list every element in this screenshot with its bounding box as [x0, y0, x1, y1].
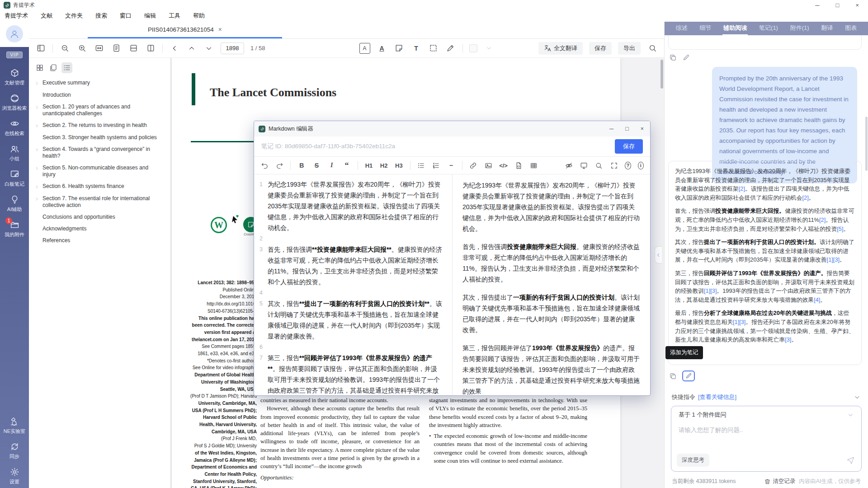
- citation-link[interactable]: [1][3]: [704, 287, 717, 294]
- search-icon[interactable]: [647, 43, 658, 54]
- editor-line[interactable]: 2: [254, 233, 452, 244]
- outline-item-10[interactable]: Acknowledgments: [34, 225, 170, 232]
- image-icon[interactable]: [484, 160, 492, 171]
- bullet-list-icon[interactable]: [417, 160, 425, 171]
- avatar[interactable]: [6, 25, 23, 42]
- window-maximize-button[interactable]: □: [836, 2, 840, 9]
- outline-item-5[interactable]: Section 4. Towards a “grand convergence”…: [34, 146, 170, 160]
- rail-item-文献管理[interactable]: 文献管理: [0, 68, 29, 86]
- attachment-scope-dropdown[interactable]: 基于 1 个附件提问: [671, 406, 861, 422]
- outline-item-0[interactable]: Executive summary: [34, 80, 170, 87]
- next-page-icon[interactable]: [203, 43, 214, 54]
- color-swatch[interactable]: [469, 44, 477, 52]
- page-number-input[interactable]: [221, 42, 244, 54]
- menu-item-5[interactable]: 编辑: [144, 12, 156, 20]
- tab-笔记(1)[interactable]: 笔记(1): [758, 22, 779, 35]
- editor-search-icon[interactable]: [595, 160, 603, 171]
- preview-toggle-icon[interactable]: [565, 160, 573, 171]
- save-button[interactable]: 保存: [589, 42, 612, 55]
- editor-line[interactable]: 5其次，报告**提出了一项新的有利于贫困人口的投资计划**。该计划明确了关键优先…: [254, 298, 452, 342]
- tab-细节[interactable]: 细节: [699, 22, 712, 35]
- rail-item-白板笔记[interactable]: 白板笔记: [0, 169, 29, 188]
- zoom-out-icon[interactable]: [59, 43, 70, 54]
- copy-icon[interactable]: [669, 372, 677, 380]
- rail-item-设置[interactable]: 设置: [0, 467, 29, 485]
- citation-link[interactable]: [1][3]: [827, 256, 840, 263]
- fullscreen-preview-icon[interactable]: [580, 160, 588, 171]
- sticky-note-icon[interactable]: [394, 43, 405, 54]
- outline-item-9[interactable]: Conclusions and opportunities: [34, 214, 170, 221]
- color-chevron-icon[interactable]: [484, 43, 495, 54]
- h2-button[interactable]: H2: [380, 160, 388, 171]
- outline-item-2[interactable]: Section 1. 20 years of advances and unan…: [34, 103, 170, 117]
- tab-附件(1)[interactable]: 附件(1): [789, 22, 810, 35]
- citation-link[interactable]: [3]: [785, 336, 791, 343]
- code-block-icon[interactable]: [514, 160, 523, 171]
- modal-minimize-button[interactable]: ─: [609, 126, 613, 132]
- undo-icon[interactable]: [260, 160, 269, 171]
- window-close-button[interactable]: ×: [855, 2, 859, 9]
- menu-item-2[interactable]: 文件夹: [65, 12, 83, 20]
- edit-note-icon-active[interactable]: [682, 371, 695, 381]
- tab-翻译[interactable]: 翻译: [820, 22, 834, 35]
- modal-maximize-button[interactable]: □: [625, 126, 629, 132]
- deep-think-button[interactable]: 深度思考: [677, 454, 709, 467]
- h1-button[interactable]: H1: [365, 160, 373, 171]
- citation-link[interactable]: [4]: [814, 296, 820, 303]
- outline-item-1[interactable]: Introduction: [34, 92, 170, 99]
- zoom-in-icon[interactable]: [76, 43, 87, 54]
- split-vertical-icon[interactable]: [145, 43, 156, 54]
- rail-item-在线检索[interactable]: 在线检索: [0, 119, 29, 137]
- rail-item-同步[interactable]: 同步: [0, 442, 29, 460]
- previous-page-icon[interactable]: [186, 43, 197, 54]
- redo-icon[interactable]: [275, 160, 283, 171]
- modal-save-button[interactable]: 保存: [615, 139, 643, 154]
- menu-item-1[interactable]: 文献: [41, 12, 52, 20]
- rail-item-AI辅助[interactable]: AI辅助: [0, 195, 29, 213]
- menu-item-4[interactable]: 窗口: [120, 12, 132, 20]
- citation-link[interactable]: [2]: [739, 185, 745, 192]
- help-icon[interactable]: ?: [625, 162, 631, 169]
- single-page-icon[interactable]: [111, 43, 122, 54]
- area-select-icon[interactable]: [428, 43, 439, 54]
- assistant-scrollbar[interactable]: [865, 117, 868, 171]
- document-tab[interactable]: PIIS0140673613621054 ×: [88, 22, 282, 38]
- tab-close-icon[interactable]: ×: [218, 26, 222, 33]
- tab-图表[interactable]: 图表: [844, 22, 858, 35]
- tab-辅助阅读[interactable]: 辅助阅读: [722, 22, 748, 35]
- h3-button[interactable]: H3: [395, 160, 403, 171]
- table-icon[interactable]: [529, 160, 538, 171]
- export-button[interactable]: 导出: [618, 42, 641, 55]
- menu-item-6[interactable]: 工具: [169, 12, 180, 20]
- pdf-scrollbar[interactable]: [660, 60, 663, 89]
- edit-note-icon[interactable]: [682, 53, 690, 61]
- rail-item-浏览器检索[interactable]: 浏览器检索: [0, 94, 29, 112]
- outline-item-3[interactable]: Section 2. The returns to investing in h…: [34, 122, 170, 129]
- text-annotation-icon[interactable]: T: [411, 43, 422, 54]
- citation-link[interactable]: [1][3]: [733, 319, 745, 325]
- inline-code-button[interactable]: </>: [499, 160, 508, 171]
- history-back-icon[interactable]: [169, 43, 180, 54]
- view-key-info-link[interactable]: [查看关键信息]: [698, 393, 736, 401]
- citation-link[interactable]: [2]: [802, 194, 809, 201]
- highlight-text-icon[interactable]: A: [359, 43, 370, 54]
- outline-item-11[interactable]: References: [34, 237, 170, 244]
- outline-item-6[interactable]: Section 5. Non-communicable diseases and…: [34, 164, 170, 178]
- markdown-source-pane[interactable]: 1为纪念1993年《世界发展报告》发布20周年，《柳叶刀》投资健康委员会重新审视…: [254, 174, 453, 395]
- question-input[interactable]: 请输入您想了解的问题..: [671, 422, 861, 438]
- full-text-translate-button[interactable]: 全文翻译: [538, 42, 583, 55]
- window-minimize-button[interactable]: ─: [815, 2, 819, 9]
- modal-close-button[interactable]: ×: [641, 126, 644, 132]
- citation-link[interactable]: [5]: [837, 225, 843, 232]
- underline-text-icon[interactable]: A: [377, 43, 387, 54]
- citation-link[interactable]: [2]: [819, 216, 826, 223]
- quote-button[interactable]: “: [343, 160, 351, 171]
- shortcut-chevron-icon[interactable]: [854, 394, 861, 401]
- rail-item-我的附件[interactable]: 1我的附件: [0, 220, 29, 238]
- info-icon[interactable]: i: [638, 162, 644, 169]
- expand-icon[interactable]: [610, 160, 618, 171]
- italic-button[interactable]: I: [328, 160, 336, 171]
- send-icon[interactable]: [846, 456, 855, 465]
- bold-button[interactable]: B: [297, 160, 306, 171]
- link-icon[interactable]: [469, 160, 477, 171]
